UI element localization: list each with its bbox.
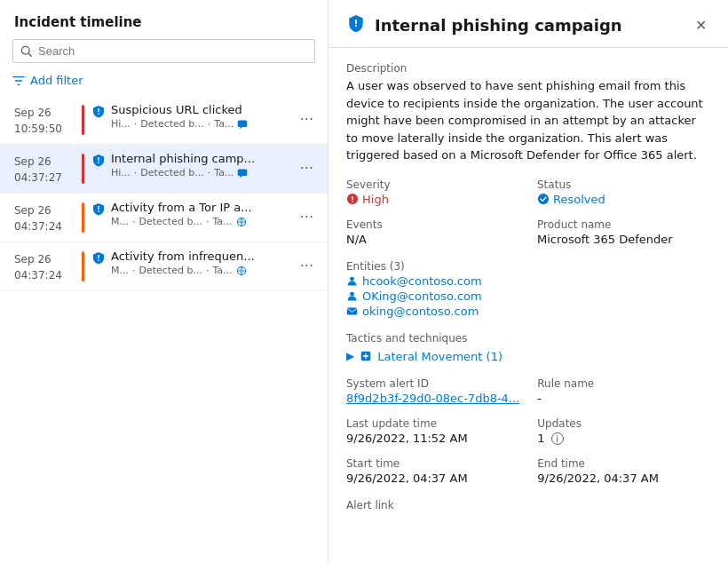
item-title: Suspicious URL clicked — [111, 103, 271, 116]
last-update-value: 9/26/2022, 11:52 AM — [346, 432, 519, 445]
start-time-label: Start time — [346, 457, 519, 470]
status-label: Status — [537, 178, 710, 191]
item-content: Activity from a Tor IP a... M... · Detec… — [111, 201, 297, 234]
product-name-value: Microsoft 365 Defender — [537, 233, 710, 246]
mail-icon — [346, 305, 358, 317]
search-box[interactable] — [12, 39, 315, 63]
svg-line-1 — [28, 53, 31, 56]
item-meta: M... · Detected b... · Ta... — [111, 265, 297, 276]
rule-name-field: Rule name - — [537, 377, 710, 405]
detail-header: ! Internal phishing campaign ✕ — [328, 0, 728, 48]
product-name-field: Product name Microsoft 365 Defender — [537, 218, 710, 246]
shield-icon: ! — [91, 202, 106, 234]
item-time: Sep 26 04:37:24 — [14, 201, 78, 234]
item-time: Sep 26 04:37:27 — [14, 152, 78, 186]
svg-rect-3 — [238, 120, 248, 127]
alert-link-section: Alert link — [346, 499, 710, 511]
svg-rect-5 — [238, 169, 248, 176]
events-field: Events N/A — [346, 218, 519, 246]
comment-icon — [237, 168, 248, 178]
high-severity-icon: ! — [346, 193, 359, 205]
item-title: Internal phishing camp... — [111, 152, 271, 165]
timeline-item[interactable]: Sep 26 10:59:50 ! Suspicious URL clicked… — [0, 96, 328, 145]
svg-text:!: ! — [97, 206, 100, 214]
updates-value: 1 i — [537, 432, 710, 446]
system-alert-id-label: System alert ID — [346, 377, 519, 390]
resolved-icon — [537, 193, 550, 205]
detail-shield-icon: ! — [346, 14, 366, 36]
svg-text:!: ! — [351, 195, 354, 204]
tactic-value[interactable]: Lateral Movement (1) — [377, 350, 502, 363]
start-time-field: Start time 9/26/2022, 04:37 AM — [346, 457, 519, 485]
detail-title: Internal phishing campaign — [375, 16, 683, 35]
item-content: Suspicious URL clicked Hi... · Detected … — [111, 103, 297, 137]
svg-text:!: ! — [97, 255, 100, 263]
alert-fields-grid: System alert ID 8f9d2b3f-29d0-08ec-7db8-… — [346, 377, 710, 486]
comment-icon — [237, 119, 248, 130]
entities-label: Entities (3) — [346, 260, 710, 273]
severity-bar — [82, 105, 84, 135]
user-icon — [346, 290, 358, 302]
incident-timeline-panel: Incident timeline Add filter Sep 26 10:5… — [0, 0, 328, 563]
product-name-label: Product name — [537, 218, 710, 231]
rule-name-label: Rule name — [537, 377, 710, 390]
end-time-field: End time 9/26/2022, 04:37 AM — [537, 457, 710, 485]
more-button[interactable]: ··· — [297, 162, 317, 176]
panel-title: Incident timeline — [0, 0, 328, 39]
timeline-list: Sep 26 10:59:50 ! Suspicious URL clicked… — [0, 96, 328, 563]
rule-name-value: - — [537, 392, 710, 405]
item-meta: Hi... · Detected b... · Ta... — [111, 167, 297, 178]
search-input[interactable] — [38, 44, 307, 58]
tactics-section: Tactics and techniques ▶ Lateral Movemen… — [346, 332, 710, 363]
events-label: Events — [346, 218, 519, 231]
entity-link[interactable]: oking@contoso.com — [346, 305, 710, 318]
start-time-value: 9/26/2022, 04:37 AM — [346, 472, 519, 485]
fields-grid: Severity ! High Status Resol — [346, 178, 710, 246]
add-filter-button[interactable]: Add filter — [0, 70, 328, 96]
description-label: Description — [346, 62, 710, 75]
end-time-label: End time — [537, 457, 710, 470]
item-title: Activity from a Tor IP a... — [111, 201, 271, 214]
user-icon — [346, 275, 358, 287]
search-icon — [20, 45, 33, 58]
timeline-item[interactable]: Sep 26 04:37:27 ! Internal phishing camp… — [0, 145, 328, 194]
shield-icon: ! — [91, 105, 106, 137]
timeline-item[interactable]: Sep 26 04:37:24 ! Activity from a Tor IP… — [0, 194, 328, 242]
globe-icon — [236, 217, 247, 227]
timeline-item[interactable]: Sep 26 04:37:24 ! Activity from infreque… — [0, 242, 328, 291]
entities-section: Entities (3) hcook@contoso.com OKing@con… — [346, 260, 710, 318]
last-update-field: Last update time 9/26/2022, 11:52 AM — [346, 417, 519, 446]
more-button[interactable]: ··· — [297, 210, 317, 225]
system-alert-id-value[interactable]: 8f9d2b3f-29d0-08ec-7db8-4... — [346, 392, 519, 405]
updates-field: Updates 1 i — [537, 417, 710, 446]
filter-icon — [12, 75, 25, 87]
severity-value: ! High — [346, 193, 519, 206]
item-time: Sep 26 04:37:24 — [14, 250, 78, 283]
item-meta: Hi... · Detected b... · Ta... — [111, 118, 297, 130]
detail-body: Description A user was observed to have … — [328, 48, 728, 563]
severity-bar — [82, 154, 84, 184]
add-filter-label: Add filter — [30, 74, 83, 87]
description-text: A user was observed to have sent phishin… — [346, 77, 710, 164]
end-time-value: 9/26/2022, 04:37 AM — [537, 472, 710, 485]
svg-text:!: ! — [97, 108, 100, 116]
more-button[interactable]: ··· — [297, 259, 317, 274]
shield-icon: ! — [91, 251, 106, 283]
tactic-icon — [360, 350, 372, 362]
close-button[interactable]: ✕ — [692, 15, 710, 36]
tactic-expand-icon[interactable]: ▶ — [346, 350, 354, 362]
item-content: Internal phishing camp... Hi... · Detect… — [111, 152, 297, 186]
severity-field: Severity ! High — [346, 178, 519, 206]
svg-rect-16 — [347, 307, 357, 314]
svg-point-14 — [350, 276, 354, 281]
item-title: Activity from infrequen... — [111, 250, 271, 263]
svg-text:!: ! — [354, 19, 359, 28]
updates-label: Updates — [537, 417, 710, 430]
detail-panel: ! Internal phishing campaign ✕ Descripti… — [328, 0, 728, 563]
item-content: Activity from infrequen... M... · Detect… — [111, 250, 297, 283]
entity-link[interactable]: OKing@contoso.com — [346, 289, 710, 303]
entity-link[interactable]: hcook@contoso.com — [346, 274, 710, 288]
updates-info-icon[interactable]: i — [551, 432, 564, 445]
svg-point-13 — [538, 194, 549, 204]
more-button[interactable]: ··· — [297, 113, 317, 127]
